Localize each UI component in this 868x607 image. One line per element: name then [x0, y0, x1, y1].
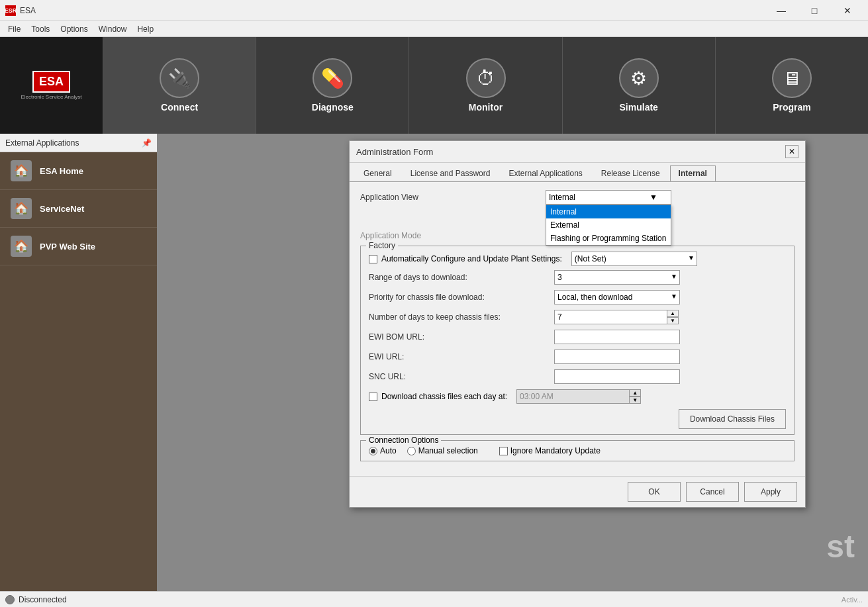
- status-text: Disconnected: [19, 595, 67, 604]
- nav-connect[interactable]: 🔌 Connect: [103, 37, 256, 134]
- nav-simulate[interactable]: ⚙ Simulate: [562, 37, 715, 134]
- priority-label: Priority for chassis file download:: [369, 293, 554, 302]
- sidebar-header: External Applications 📌: [0, 134, 157, 152]
- radio-manual[interactable]: Manual selection: [407, 446, 478, 455]
- dropdown-option-flashing[interactable]: Flashing or Programming Station: [546, 232, 671, 245]
- maximize-button[interactable]: □: [799, 0, 830, 21]
- nav-monitor[interactable]: ⏱ Monitor: [409, 37, 561, 134]
- esa-home-icon: 🏠: [11, 160, 32, 181]
- application-view-list: Internal External Flashing or Programmin…: [546, 205, 671, 246]
- download-chassis-files-button[interactable]: Download Chassis Files: [679, 409, 786, 429]
- download-time-down-button[interactable]: ▼: [629, 397, 641, 404]
- priority-select[interactable]: Local, then download: [554, 290, 680, 304]
- download-time-spinner: ▲ ▼: [516, 389, 641, 404]
- keep-days-down-button[interactable]: ▼: [667, 317, 679, 324]
- main-area: External Applications 📌 🏠 ESA Home 🏠 Ser…: [0, 134, 868, 591]
- auto-configure-select[interactable]: (Not Set): [571, 252, 697, 266]
- sidebar-item-esa-home[interactable]: 🏠 ESA Home: [0, 152, 157, 190]
- monitor-label: Monitor: [469, 102, 503, 113]
- nav-diagnose[interactable]: 💊 Diagnose: [256, 37, 409, 134]
- status-bar: Disconnected Activ...: [0, 591, 868, 607]
- menu-tools[interactable]: Tools: [26, 23, 55, 35]
- app-close-button[interactable]: ✕: [832, 0, 863, 21]
- application-view-trigger[interactable]: Internal ▼: [546, 190, 671, 205]
- ewi-bom-url-input[interactable]: [554, 330, 680, 344]
- ewi-url-row: EWI URL:: [369, 350, 786, 364]
- sidebar-item-pvp[interactable]: 🏠 PVP Web Site: [0, 228, 157, 265]
- ignore-update-checkbox[interactable]: [499, 447, 508, 455]
- esa-home-label: ESA Home: [40, 166, 83, 176]
- download-schedule-row: Download chassis files each day at: ▲ ▼: [369, 389, 786, 404]
- application-view-dropdown[interactable]: Internal ▼ Internal External Flashing or…: [546, 190, 671, 205]
- keep-days-input[interactable]: [554, 310, 667, 324]
- tab-internal[interactable]: Internal: [670, 165, 716, 181]
- connect-label: Connect: [161, 102, 198, 113]
- program-label: Program: [773, 102, 811, 113]
- content-area: st Administration Form ✕ General License…: [157, 134, 868, 591]
- pin-icon[interactable]: 📌: [142, 138, 152, 148]
- diagnose-label: Diagnose: [312, 102, 354, 113]
- nav-program[interactable]: 🖥 Program: [715, 37, 868, 134]
- monitor-icon: ⏱: [466, 58, 506, 98]
- application-view-value: Internal: [549, 193, 575, 202]
- nav-toolbar: ESA Electronic Service Analyst 🔌 Connect…: [0, 37, 868, 134]
- dialog-content: Application View Internal ▼ Internal Ext…: [350, 182, 805, 476]
- download-time-up-button[interactable]: ▲: [629, 389, 641, 397]
- priority-select-wrapper: Local, then download ▼: [554, 290, 680, 304]
- ewi-bom-url-row: EWI BOM URL:: [369, 330, 786, 344]
- range-days-select-wrapper: 3 ▼: [554, 270, 680, 285]
- menu-window[interactable]: Window: [93, 23, 132, 35]
- download-schedule-checkbox[interactable]: [369, 393, 377, 401]
- download-schedule-label: Download chassis files each day at:: [381, 392, 507, 401]
- snc-url-input[interactable]: [554, 369, 680, 384]
- range-days-select[interactable]: 3: [554, 270, 680, 285]
- sidebar: External Applications 📌 🏠 ESA Home 🏠 Ser…: [0, 134, 157, 591]
- apply-button[interactable]: Apply: [744, 482, 797, 502]
- auto-configure-checkbox[interactable]: [369, 255, 377, 263]
- pvp-icon: 🏠: [11, 236, 32, 257]
- dropdown-option-internal[interactable]: Internal: [546, 205, 671, 218]
- menu-help[interactable]: Help: [132, 23, 159, 35]
- download-time-input[interactable]: [516, 389, 629, 404]
- dialog-tabs: General License and Password External Ap…: [350, 163, 805, 182]
- range-days-row: Range of days to download: 3 ▼: [369, 270, 786, 285]
- tab-license-password[interactable]: License and Password: [402, 165, 499, 181]
- tab-general[interactable]: General: [355, 165, 401, 181]
- sidebar-item-servicenet[interactable]: 🏠 ServiceNet: [0, 190, 157, 228]
- diagnose-icon: 💊: [313, 58, 352, 98]
- download-button-row: Download Chassis Files: [369, 409, 786, 429]
- nav-logo: ESA Electronic Service Analyst: [0, 37, 103, 134]
- application-mode-label: Application Mode: [360, 231, 546, 240]
- servicenet-label: ServiceNet: [40, 204, 84, 214]
- snc-url-row: SNC URL:: [369, 369, 786, 384]
- manual-label: Manual selection: [418, 446, 478, 455]
- dialog-title-bar: Administration Form ✕: [350, 141, 805, 163]
- activation-text: Activ...: [842, 596, 863, 604]
- ignore-update-row: Ignore Mandatory Update: [499, 446, 601, 455]
- dialog-footer: OK Cancel Apply: [350, 476, 805, 507]
- radio-auto[interactable]: Auto: [369, 446, 397, 455]
- menu-file[interactable]: File: [3, 23, 26, 35]
- title-bar: ESR ESA — □ ✕: [0, 0, 868, 21]
- dropdown-option-external[interactable]: External: [546, 218, 671, 232]
- priority-row: Priority for chassis file download: Loca…: [369, 290, 786, 304]
- ewi-bom-url-label: EWI BOM URL:: [369, 332, 554, 342]
- cancel-button[interactable]: Cancel: [686, 482, 739, 502]
- menu-options[interactable]: Options: [55, 23, 93, 35]
- keep-days-row: Number of days to keep chassis files: ▲ …: [369, 310, 786, 324]
- simulate-icon: ⚙: [619, 58, 659, 98]
- download-time-spinner-buttons: ▲ ▼: [629, 389, 641, 404]
- tab-release-license[interactable]: Release License: [593, 165, 669, 181]
- connection-options-legend: Connection Options: [366, 436, 441, 445]
- connection-options-radio-row: Auto Manual selection Ignore Mandatory U…: [369, 446, 786, 455]
- tab-external-applications[interactable]: External Applications: [500, 165, 591, 181]
- keep-days-spinner-buttons: ▲ ▼: [667, 310, 679, 324]
- keep-days-up-button[interactable]: ▲: [667, 310, 679, 317]
- ewi-url-input[interactable]: [554, 350, 680, 364]
- ok-button[interactable]: OK: [628, 482, 681, 502]
- servicenet-icon: 🏠: [11, 198, 32, 219]
- minimize-button[interactable]: —: [766, 0, 796, 21]
- factory-legend: Factory: [366, 241, 398, 250]
- dialog-close-button[interactable]: ✕: [785, 145, 798, 158]
- auto-configure-label: Automatically Configure and Update Plant…: [381, 254, 562, 263]
